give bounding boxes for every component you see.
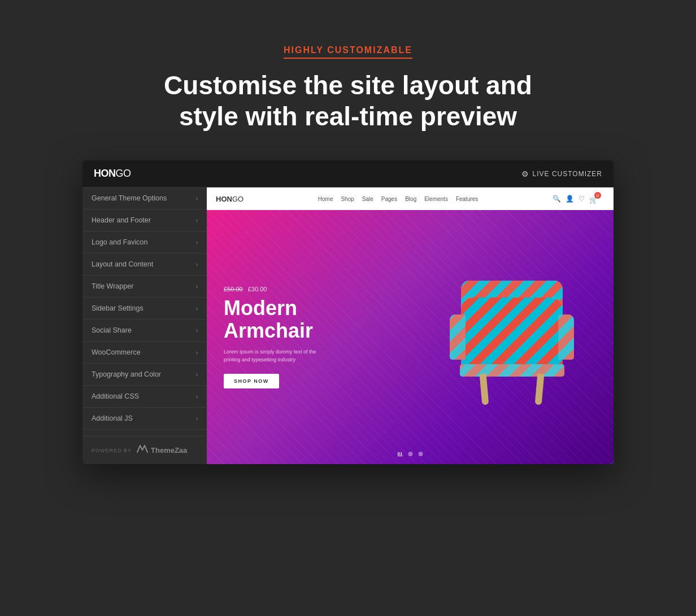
- zigzag-pattern: [450, 314, 466, 360]
- user-icon: 👤: [566, 195, 574, 203]
- gear-icon: ⚙: [521, 169, 529, 178]
- sidebar-item-social-share[interactable]: Social Share ›: [82, 320, 207, 342]
- zigzag-pattern: [460, 364, 564, 377]
- chair-leg-left: [480, 374, 489, 405]
- ui-mockup: HONGO ⚙ LIVE CUSTOMIZER General Theme Op…: [82, 160, 614, 464]
- sidebar-item-general-theme-options[interactable]: General Theme Options ›: [82, 187, 207, 209]
- sidebar-item-additional-js[interactable]: Additional JS ›: [82, 408, 207, 430]
- chair-armrest-right: [558, 314, 574, 360]
- zigzag-pattern: [558, 314, 574, 360]
- chevron-right-icon: ›: [196, 349, 198, 356]
- chevron-right-icon: ›: [196, 283, 198, 290]
- chevron-right-icon: ›: [196, 394, 198, 400]
- preview-nav: HONGO Home Shop Sale Pages Blog Elements…: [207, 187, 614, 210]
- tagline: HIGHLY CUSTOMIZABLE: [284, 45, 412, 59]
- sidebar-footer: Powered By ThemeZaa: [82, 436, 207, 464]
- chevron-right-icon: ›: [196, 217, 198, 224]
- preview-nav-links: Home Shop Sale Pages Blog Elements Featu…: [318, 196, 478, 202]
- hero-product-image: [433, 216, 591, 464]
- chevron-right-icon: ›: [196, 261, 198, 268]
- preview-logo: HONGO: [216, 195, 243, 203]
- chevron-right-icon: ›: [196, 239, 198, 246]
- chair-body: [461, 298, 563, 371]
- sidebar-item-header-footer[interactable]: Header and Footer ›: [82, 209, 207, 231]
- slide-dot-1[interactable]: 01: [398, 451, 403, 456]
- sidebar-item-typography-color[interactable]: Typography and Color ›: [82, 364, 207, 386]
- slide-dot-2[interactable]: [408, 452, 412, 456]
- main-heading: Customise the site layout and style with…: [164, 70, 532, 132]
- themezaa-icon: [136, 444, 149, 456]
- mockup-topbar: HONGO ⚙ LIVE CUSTOMIZER: [82, 160, 614, 187]
- search-icon: 🔍: [553, 195, 561, 203]
- sidebar-item-title-wrapper[interactable]: Title Wrapper ›: [82, 276, 207, 298]
- sidebar-menu: General Theme Options › Header and Foote…: [82, 187, 207, 430]
- preview-area: HONGO Home Shop Sale Pages Blog Elements…: [207, 187, 614, 464]
- cart-count: 0: [594, 192, 601, 199]
- hero-price: £50.00 £30.00: [224, 286, 371, 292]
- powered-by-label: Powered By: [92, 448, 132, 453]
- wishlist-icon: ♡: [578, 195, 585, 203]
- old-price: £50.00: [224, 286, 243, 292]
- themezaa-logo: ThemeZaa: [136, 444, 187, 456]
- slide-dot-3[interactable]: [418, 452, 423, 456]
- new-price: £30.00: [248, 286, 267, 292]
- sidebar-item-logo-favicon[interactable]: Logo and Favicon ›: [82, 231, 207, 254]
- sidebar-item-woocommerce[interactable]: WooCommerce ›: [82, 342, 207, 364]
- live-customizer-button[interactable]: ⚙ LIVE CUSTOMIZER: [521, 169, 602, 178]
- themezaa-brand-name: ThemeZaa: [151, 446, 187, 455]
- preview-hero: £50.00 £30.00 Modern Armchair Lorem Ipsu…: [207, 210, 614, 464]
- armchair-illustration: [444, 281, 580, 405]
- sidebar-item-sidebar-settings[interactable]: Sidebar Settings ›: [82, 298, 207, 320]
- chevron-right-icon: ›: [196, 416, 198, 422]
- chair-leg-right: [535, 374, 545, 405]
- mockup-body: General Theme Options › Header and Foote…: [82, 187, 614, 464]
- chair-armrest-left: [450, 314, 466, 360]
- preview-nav-icons: 🔍 👤 ♡ 🛒0: [553, 194, 604, 204]
- chevron-right-icon: ›: [196, 305, 198, 312]
- cart-icon: 🛒0: [589, 194, 604, 204]
- hero-slider-dots: 01: [398, 451, 423, 456]
- sidebar-item-layout-content[interactable]: Layout and Content ›: [82, 254, 207, 276]
- top-section: HIGHLY CUSTOMIZABLE Customise the site l…: [164, 45, 532, 132]
- zigzag-pattern: [461, 298, 563, 371]
- chevron-right-icon: ›: [196, 327, 198, 334]
- hero-description: Lorem Ipsum is simply dummy text of the …: [224, 348, 325, 364]
- mockup-logo: HONGO: [94, 168, 131, 180]
- chair-seat: [460, 364, 564, 377]
- hero-title: Modern Armchair: [224, 297, 371, 342]
- sidebar-item-additional-css[interactable]: Additional CSS ›: [82, 386, 207, 408]
- sidebar: General Theme Options › Header and Foote…: [82, 187, 207, 464]
- hero-content: £50.00 £30.00 Modern Armchair Lorem Ipsu…: [207, 269, 388, 405]
- chevron-right-icon: ›: [196, 372, 198, 378]
- shop-now-button[interactable]: SHOP NOW: [224, 374, 279, 388]
- chevron-right-icon: ›: [196, 195, 198, 202]
